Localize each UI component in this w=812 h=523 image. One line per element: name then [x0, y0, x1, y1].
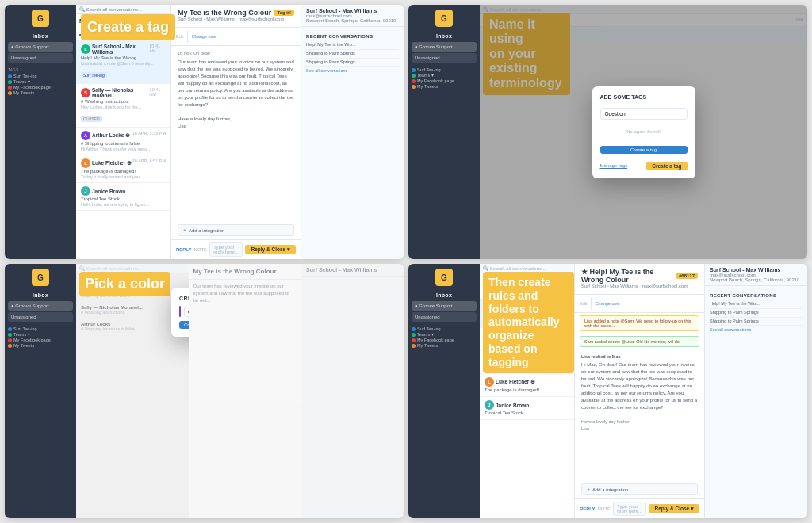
color-swatch[interactable]	[179, 306, 181, 317]
tag-label-surf-2: Surf Tee-ing	[417, 67, 441, 72]
recent-conv-3[interactable]: Shipping to Palm Springs	[306, 59, 399, 67]
conv-subject-arthur: # Shipping locations is false	[81, 141, 166, 146]
search-bar-1[interactable]: 🔍 Search all conversations...	[79, 6, 142, 12]
tag-input-2[interactable]	[600, 108, 688, 120]
sidebar-item-groove[interactable]: ● Groove Support	[8, 42, 73, 52]
tag-badge-1[interactable]: Tag it!	[274, 10, 294, 16]
sidebar-unassigned-3[interactable]: Unassigned	[8, 312, 73, 322]
tag-facebook[interactable]: My Facebook page	[8, 85, 73, 90]
change-user-4[interactable]: Change user	[596, 301, 621, 306]
tag-label-tweets-2: My Tweets	[417, 84, 438, 89]
tag-teams-2[interactable]: Teams ▾	[412, 73, 477, 78]
recent-4-1[interactable]: Help! My Tee is the Wro...	[710, 300, 802, 309]
email-view-4: ★ Help! My Tee is the Wrong Colour #6811…	[575, 264, 704, 518]
conv-name-janice: Janice Brown	[92, 189, 125, 194]
inner-1: Create a tag 🔍 Search all conversations.…	[76, 5, 404, 259]
conv-tag-closed: CLOSED	[81, 116, 102, 122]
create-tag-btn-3[interactable]: Create a tag	[179, 321, 189, 329]
see-all-link-1[interactable]: See all conversations	[306, 68, 399, 74]
tag-surf[interactable]: Surf Tee-ing	[8, 74, 73, 78]
tag-label-teams-4: Teams ▾	[417, 332, 434, 337]
tag-dot-fb-3	[8, 338, 12, 342]
right-name-4: Surf School - Max Williams	[710, 267, 802, 273]
tag-dot-surf-4	[412, 327, 416, 331]
avatar-luke: L	[81, 158, 90, 168]
reply-tabs-4: REPLY NOTE	[580, 506, 611, 511]
tag-facebook-2[interactable]: My Facebook page	[412, 78, 477, 83]
pick-color-overlay: Pick a color	[79, 272, 170, 296]
change-user-1[interactable]: Change user	[192, 34, 217, 39]
tag-tweets-2[interactable]: My Tweets	[412, 84, 477, 89]
tag-tweets[interactable]: My Tweets	[8, 90, 73, 95]
manage-tags-link[interactable]: Manage tags	[600, 163, 628, 168]
main-grid: G Inbox ● Groove Support Unassigned Tags…	[0, 0, 812, 523]
msg-header-row-1: My Tee is the Wrong Colour Tag it!	[178, 9, 294, 17]
integration-btn-4[interactable]: ＋ Add a integration	[581, 483, 698, 495]
tag-dot-teams-3	[8, 333, 12, 337]
reply-input-1[interactable]: Type your reply here...	[209, 242, 243, 257]
note-tab-4[interactable]: NOTE	[597, 506, 611, 511]
avatar-arthur: A	[81, 131, 90, 140]
conv-subject-luke: The package is damaged!	[81, 169, 166, 174]
tags-heading: Tags	[8, 67, 73, 72]
tag-surf-3[interactable]: Surf Tee-ing	[8, 326, 73, 331]
create-tag-footer-btn[interactable]: Create a tag	[646, 162, 687, 170]
create-tag-btn-modal[interactable]: Create a tag	[600, 146, 688, 154]
tag-surf-4[interactable]: Surf Tee-ing	[412, 326, 477, 331]
tag-badge-4[interactable]: #68117	[676, 273, 698, 279]
unassigned-label-4: Unassigned	[415, 315, 473, 319]
note-tab-1[interactable]: NOTE	[193, 247, 207, 252]
see-all-4[interactable]: See all conversations	[710, 327, 802, 334]
conv-item-4[interactable]: L Luke Fletcher ⊕ 18 APR, 6:51 PM The pa…	[76, 155, 170, 183]
tag-name-input-3[interactable]	[184, 307, 189, 317]
pick-color-title: Pick a color	[85, 276, 165, 292]
tag-teams[interactable]: Teams ▾	[8, 79, 73, 84]
recent-4-2[interactable]: Shipping to Palm Springs	[710, 309, 802, 318]
right-body-1: Recent Conversations Help! My Tee is the…	[301, 27, 404, 259]
conv-4-5[interactable]: J Janice Brown Tropical Tee Stock	[480, 397, 574, 420]
conv-4-4-namerow: L Luke Fletcher ⊕	[485, 377, 535, 387]
tag-surf-2[interactable]: Surf Tee-ing	[412, 67, 477, 72]
tag-facebook-4[interactable]: My Facebook page	[412, 338, 477, 342]
tag-tweets-4[interactable]: My Tweets	[412, 343, 477, 348]
color-modal-title: CREATE A TAG	[179, 296, 189, 301]
sidebar-unassigned-4[interactable]: Unassigned	[412, 312, 477, 322]
unassigned-label: Unassigned	[11, 55, 70, 60]
conv-item-5[interactable]: J Janice Brown Tropical Tee Stock Hello …	[76, 183, 170, 211]
inbox-label-4: Inbox	[412, 292, 477, 298]
avatar-sally: S	[81, 88, 90, 97]
conv-list-1: L Surf School - Max Williams 10:41 AM He…	[76, 40, 170, 259]
rh-3: Surf School - Max Williams	[301, 264, 404, 277]
reply-tab-4[interactable]: REPLY	[580, 506, 595, 511]
sidebar-item-unassigned[interactable]: Unassigned	[8, 53, 73, 63]
panel-name-it: G Inbox ● Groove Support Unassigned Surf…	[408, 5, 807, 259]
right-name-1: Surf School - Max Williams	[306, 8, 399, 13]
tag-tweets-3[interactable]: My Tweets	[8, 343, 73, 348]
conv-4-4[interactable]: L Luke Fletcher ⊕ The package is damaged…	[480, 374, 574, 397]
recent-conv-1[interactable]: Help! My Tee is the Wro...	[306, 41, 399, 50]
reply-tab-1[interactable]: REPLY	[176, 247, 191, 252]
sidebar-item-unassigned-2[interactable]: Unassigned	[412, 53, 477, 63]
reply-close-btn-1[interactable]: Reply & Close ▾	[245, 245, 296, 254]
sidebar-groove-4[interactable]: ● Groove Support	[412, 301, 477, 311]
sidebar-groove-3[interactable]: ● Groove Support	[8, 301, 73, 311]
recent-4-3[interactable]: Shipping to Palm Springs	[710, 318, 802, 326]
conv-item-3[interactable]: A Arthur Locks ⊕ 18 APR, 5:35 PM # Shipp…	[76, 128, 170, 155]
conv-time-luke: 18 APR, 6:51 PM	[132, 158, 166, 163]
conv-item-2[interactable]: S Sally — Nicholas Moranel... 10:41 AM #…	[76, 84, 170, 128]
create-tag-title: Create a tag	[81, 14, 175, 40]
integration-btn-1[interactable]: ＋ Add a integration	[178, 224, 294, 236]
recent-conv-2[interactable]: Shipping to Palm Springs	[306, 50, 399, 59]
tag-teams-3[interactable]: Teams ▾	[8, 332, 73, 337]
sidebar-3: G Inbox ● Groove Support Unassigned Surf…	[5, 264, 76, 518]
conv-3-bg-subj-3: # Shipping locations is false	[81, 326, 184, 331]
tag-facebook-3[interactable]: My Facebook page	[8, 338, 73, 342]
sidebar-item-groove-2[interactable]: ● Groove Support	[412, 42, 477, 52]
reply-input-4[interactable]: Type your reply here...	[613, 502, 646, 516]
reply-close-btn-4[interactable]: Reply & Close ▾	[649, 504, 699, 513]
conv-item-1[interactable]: L Surf School - Max Williams 10:41 AM He…	[76, 40, 170, 84]
conv-tag-surf: Surf Tee-ing	[81, 72, 107, 78]
tag-teams-4[interactable]: Teams ▾	[412, 332, 477, 337]
conv-name-luke: Luke Fletcher ⊕	[92, 160, 132, 166]
conv-list-panel-1: 🔍 Search all conversations... My mention…	[76, 5, 171, 259]
